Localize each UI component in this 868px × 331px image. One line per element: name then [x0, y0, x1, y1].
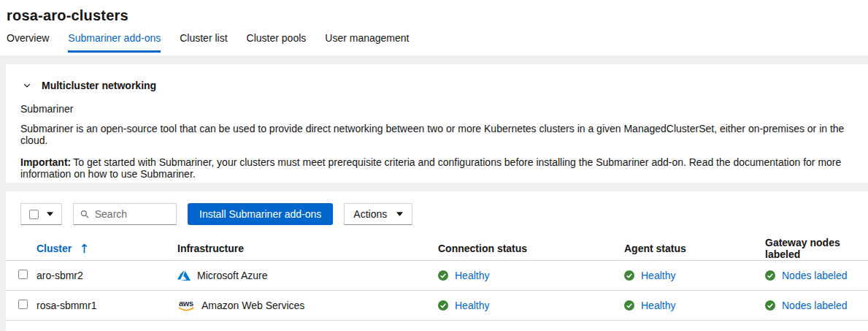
bulk-select-checkbox[interactable]	[29, 210, 39, 219]
row-select-checkbox[interactable]	[18, 270, 28, 279]
agent-status-link[interactable]: Healthy	[641, 270, 675, 281]
tab-overview[interactable]: Overview	[7, 32, 49, 53]
important-text: To get started with Submariner, your clu…	[20, 156, 841, 180]
row-select-checkbox[interactable]	[18, 300, 28, 309]
header-select	[6, 237, 37, 261]
chevron-down-icon	[23, 81, 31, 90]
tab-cluster-list[interactable]: Cluster list	[180, 32, 227, 53]
actions-dropdown[interactable]: Actions	[344, 203, 412, 225]
tab-bar: Overview Submariner add-ons Cluster list…	[7, 32, 868, 53]
tab-user-management[interactable]: User management	[325, 32, 409, 53]
submariner-description: Submariner is an open-source tool that c…	[20, 123, 850, 146]
bulk-select-dropdown[interactable]	[20, 203, 62, 225]
check-circle-icon	[765, 300, 775, 311]
infrastructure-name: Microsoft Azure	[197, 270, 267, 281]
page-header: rosa-aro-clusters Overview Submariner ad…	[0, 0, 868, 56]
section-header: Multicluster networking	[20, 80, 850, 91]
connection-status-link[interactable]: Healthy	[455, 300, 489, 311]
caret-down-icon	[396, 212, 403, 216]
check-circle-icon	[438, 300, 448, 311]
submariner-subheading: Submariner	[20, 103, 850, 115]
tab-label: User management	[325, 32, 409, 44]
caret-down-icon	[47, 212, 53, 216]
tab-label: Cluster pools	[247, 32, 307, 44]
column-header-agent-status[interactable]: Agent status	[624, 237, 765, 261]
cluster-table-body: aro-sbmr2 Microsoft Azure Healthy Health…	[6, 261, 868, 321]
aws-icon: aws	[177, 300, 195, 311]
agent-status-link[interactable]: Healthy	[641, 300, 675, 311]
connection-status-link[interactable]: Healthy	[455, 270, 489, 281]
cluster-name: aro-sbmr2	[37, 270, 83, 281]
table-row: aro-sbmr2 Microsoft Azure Healthy Health…	[6, 261, 868, 291]
check-circle-icon	[765, 270, 775, 281]
column-header-label: Cluster	[37, 243, 72, 254]
important-label: Important:	[20, 156, 71, 168]
search-box[interactable]	[73, 203, 177, 225]
search-input[interactable]	[95, 208, 169, 220]
section-heading: Multicluster networking	[42, 80, 156, 91]
infrastructure-name: Amazon Web Services	[201, 300, 304, 311]
clusters-table: Cluster Infrastructure Connection status…	[6, 237, 868, 321]
tab-label: Overview	[7, 32, 49, 44]
tab-label: Cluster list	[180, 32, 227, 44]
azure-icon	[177, 269, 191, 282]
tab-cluster-pools[interactable]: Cluster pools	[247, 32, 307, 53]
column-header-connection-status[interactable]: Connection status	[438, 237, 624, 261]
sort-ascending-icon	[81, 243, 88, 254]
table-row: rosa-sbmmr1 aws Amazon Web Services Heal…	[6, 291, 868, 321]
gateway-nodes-link[interactable]: Nodes labeled	[782, 300, 848, 311]
actions-label: Actions	[353, 208, 387, 220]
column-header-gateway-nodes[interactable]: Gateway nodes labeled	[765, 237, 868, 261]
tab-label: Submariner add-ons	[68, 32, 161, 44]
check-circle-icon	[624, 270, 634, 281]
check-circle-icon	[438, 270, 448, 281]
collapse-toggle-button[interactable]	[20, 81, 31, 90]
search-icon	[80, 209, 89, 219]
gateway-nodes-link[interactable]: Nodes labeled	[782, 270, 848, 281]
cluster-name: rosa-sbmmr1	[37, 300, 96, 311]
multicluster-networking-panel: Multicluster networking Submariner Subma…	[6, 64, 868, 183]
column-header-cluster[interactable]: Cluster	[37, 243, 88, 254]
important-note: Important:To get started with Submariner…	[20, 156, 850, 180]
table-toolbar: Install Submariner add-ons Actions	[6, 191, 868, 237]
check-circle-icon	[624, 300, 634, 311]
column-header-infrastructure[interactable]: Infrastructure	[177, 237, 438, 261]
submariner-table-panel: Install Submariner add-ons Actions Clust…	[6, 191, 868, 331]
page-title: rosa-aro-clusters	[7, 7, 868, 24]
content-area: Multicluster networking Submariner Subma…	[0, 56, 868, 331]
tab-submariner-add-ons[interactable]: Submariner add-ons	[68, 32, 161, 53]
table-header-row: Cluster Infrastructure Connection status…	[6, 237, 868, 261]
install-submariner-button[interactable]: Install Submariner add-ons	[188, 203, 333, 225]
